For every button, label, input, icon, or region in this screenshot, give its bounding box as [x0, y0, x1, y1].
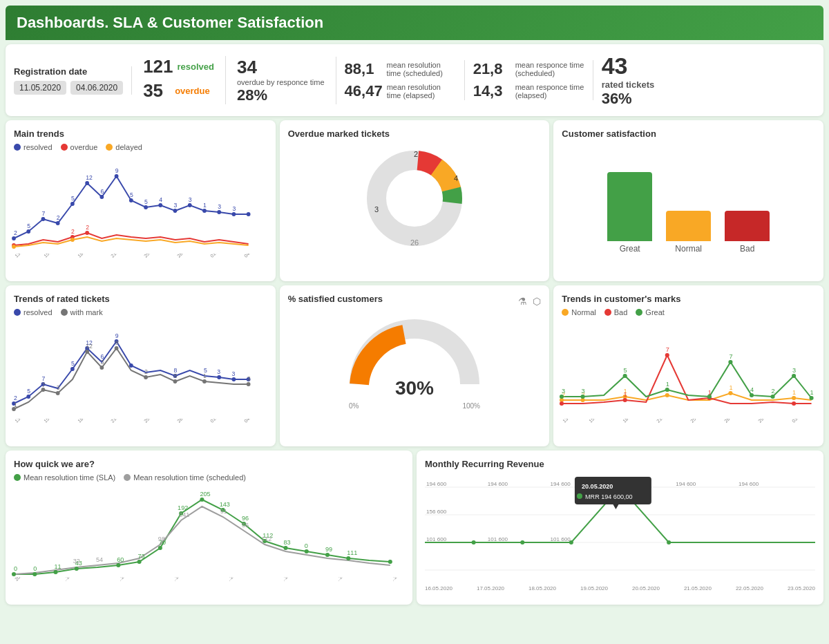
svg-text:11: 11 — [55, 563, 61, 570]
svg-point-56 — [217, 375, 221, 379]
rated-label: rated tickets — [602, 79, 655, 90]
gauge-container: 30% 0% 100% — [288, 308, 542, 419]
svg-point-113 — [665, 388, 669, 392]
svg-text:2: 2 — [414, 150, 418, 158]
svg-text:3: 3 — [792, 367, 796, 374]
svg-point-68 — [247, 382, 251, 386]
svg-point-64 — [115, 346, 119, 350]
rated-pct: 36% — [602, 90, 632, 108]
how-quick-chart: 0 0 11 43 60 73 70 192 205 143 96 112 83… — [14, 486, 404, 576]
date-chip-2[interactable]: 04.06.2020 — [70, 81, 123, 95]
satisfied-title: % satisfied customers — [288, 294, 383, 304]
svg-text:96: 96 — [242, 515, 249, 522]
svg-point-143 — [325, 553, 330, 557]
svg-text:1: 1 — [730, 384, 733, 391]
main-trends-title: Main trends — [14, 129, 267, 139]
svg-text:3: 3 — [100, 359, 104, 366]
svg-point-106 — [792, 401, 796, 406]
svg-point-39 — [70, 238, 75, 242]
svg-text:98: 98 — [158, 536, 165, 542]
svg-point-102 — [560, 401, 564, 406]
trends-rated-card: Trends of rated tickets resolved with ma… — [6, 285, 276, 446]
trends-rated-chart: 2 5 7 5 12 6 9 8 5 3 3 1 7 3 12 3 8 2 8 … — [14, 321, 267, 417]
svg-text:1: 1 — [666, 381, 669, 388]
customer-satisfaction-card: Customer satisfaction 23 Great 10 Normal… — [553, 120, 823, 281]
bar-great: 23 Great — [607, 172, 652, 254]
svg-point-116 — [750, 393, 754, 397]
legend-bad: Bad — [604, 308, 628, 316]
stats-card: Registration date 11.05.2020 04.06.2020 … — [6, 44, 823, 116]
satisfied-card: % satisfied customers ⚗ ⬡ 30% 0% 100% — [280, 285, 550, 446]
svg-text:3: 3 — [189, 196, 192, 203]
svg-point-5 — [85, 181, 89, 185]
svg-text:4: 4 — [750, 386, 754, 393]
svg-text:5: 5 — [71, 195, 75, 202]
svg-point-67 — [202, 379, 207, 383]
filter-icon[interactable]: ⚗ — [518, 296, 527, 307]
mrr-card: Monthly Recurring Revenue 194 600 194 60… — [417, 451, 823, 605]
svg-text:0: 0 — [33, 565, 37, 572]
svg-point-190 — [577, 493, 582, 499]
svg-text:1: 1 — [624, 391, 627, 398]
svg-text:4: 4 — [159, 196, 162, 203]
svg-text:5: 5 — [130, 191, 133, 198]
svg-text:5: 5 — [27, 222, 30, 229]
svg-point-185 — [569, 540, 573, 544]
registration-block: Registration date 11.05.2020 04.06.2020 — [14, 66, 132, 95]
svg-text:0: 0 — [14, 565, 17, 572]
svg-text:194 600: 194 600 — [488, 481, 508, 487]
export-icon[interactable]: ⬡ — [533, 296, 541, 307]
svg-text:205: 205 — [200, 491, 210, 498]
overdue-label: overdue — [175, 86, 210, 96]
trends-rated-title: Trends of rated tickets — [14, 294, 267, 304]
svg-text:8: 8 — [174, 372, 178, 379]
svg-text:2: 2 — [144, 368, 148, 375]
svg-text:56: 56 — [242, 522, 249, 529]
svg-point-114 — [707, 395, 712, 399]
svg-point-110 — [560, 395, 564, 399]
svg-text:2: 2 — [14, 229, 17, 236]
svg-text:3: 3 — [174, 202, 178, 209]
svg-point-115 — [729, 360, 733, 364]
trends-marks-chart: 2 2 1 1 1 1 1 7 1 — [562, 321, 815, 417]
svg-point-63 — [99, 366, 104, 370]
bar-normal: 10 Normal — [666, 211, 711, 254]
svg-text:3: 3 — [218, 203, 221, 210]
svg-point-13 — [202, 209, 207, 213]
svg-point-93 — [665, 393, 669, 397]
svg-point-144 — [346, 556, 350, 560]
svg-point-8 — [129, 198, 133, 202]
svg-text:0: 0 — [305, 542, 308, 549]
overdue-donut: 2 4 3 26 — [288, 143, 542, 254]
main-trends-legend: resolved overdue delayed — [14, 143, 267, 151]
svg-point-141 — [283, 546, 287, 550]
svg-text:1: 1 — [792, 389, 796, 396]
svg-text:194 600: 194 600 — [551, 481, 571, 487]
svg-marker-192 — [613, 504, 618, 509]
overdue-by-block: 34 overdue by responce time 28% — [226, 57, 336, 104]
svg-point-3 — [56, 221, 60, 225]
svg-text:5: 5 — [624, 367, 627, 374]
second-row: Trends of rated tickets resolved with ma… — [6, 285, 823, 446]
svg-text:83: 83 — [283, 539, 290, 546]
gauge-pct: 30% — [395, 377, 434, 399]
date-chip-1[interactable]: 11.05.2020 — [14, 81, 66, 95]
svg-text:9: 9 — [115, 332, 119, 339]
svg-text:7: 7 — [666, 346, 669, 353]
legend-great: Great — [636, 308, 665, 316]
svg-point-49 — [26, 395, 30, 399]
svg-point-130 — [32, 572, 37, 576]
svg-point-119 — [810, 396, 814, 400]
svg-point-54 — [129, 363, 133, 368]
svg-text:7: 7 — [42, 381, 46, 388]
svg-point-129 — [12, 572, 16, 576]
svg-point-183 — [472, 540, 476, 544]
overdue-by-pct: 28% — [237, 86, 325, 104]
svg-text:5: 5 — [144, 198, 148, 205]
trends-marks-legend: Normal Bad Great — [562, 308, 815, 316]
svg-text:143: 143 — [220, 501, 230, 508]
svg-text:5: 5 — [27, 388, 30, 395]
svg-point-133 — [116, 563, 120, 567]
legend-delayed: delayed — [106, 143, 142, 151]
svg-text:194 600: 194 600 — [676, 481, 696, 487]
